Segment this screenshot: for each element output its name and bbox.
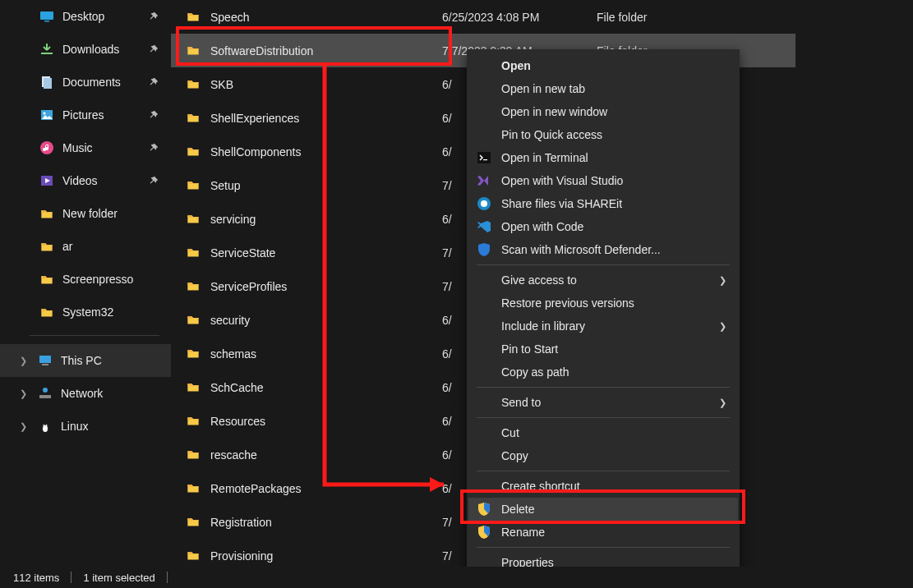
- folder-icon: [186, 246, 201, 260]
- sidebar-item-label: Desktop: [62, 10, 104, 23]
- context-item-open-in-terminal[interactable]: Open in Terminal: [468, 146, 738, 169]
- vscode-icon: [477, 219, 491, 234]
- context-item-open-in-new-window[interactable]: Open in new window: [468, 100, 738, 123]
- svg-point-11: [43, 388, 48, 393]
- context-item-label: Share files via SHAREit: [501, 197, 622, 210]
- sidebar-item-new-folder[interactable]: New folder: [0, 197, 171, 230]
- sidebar-item-documents[interactable]: Documents: [0, 66, 171, 99]
- context-item-open-with-code[interactable]: Open with Code: [468, 215, 738, 238]
- context-item-create-shortcut[interactable]: Create shortcut: [468, 475, 738, 498]
- svg-point-6: [44, 113, 46, 115]
- context-item-rename[interactable]: Rename: [468, 521, 738, 544]
- file-name: Registration: [210, 516, 272, 529]
- context-item-label: Open with Code: [501, 220, 583, 233]
- folder-icon: [186, 279, 201, 294]
- folder-icon: [186, 549, 201, 563]
- file-name: SKB: [210, 78, 233, 91]
- context-item-label: Include in library: [501, 319, 585, 333]
- folder-icon: [186, 178, 201, 193]
- context-item-give-access-to[interactable]: Give access to❯: [468, 269, 738, 292]
- context-item-label: Pin to Quick access: [501, 128, 602, 141]
- chevron-right-icon: ❯: [20, 356, 27, 366]
- svg-point-20: [481, 200, 487, 207]
- quick-access-sidebar: DesktopDownloadsDocumentsPicturesMusicVi…: [0, 0, 171, 563]
- documents-icon: [39, 75, 54, 90]
- svg-rect-1: [44, 21, 49, 22]
- sidebar-item-videos[interactable]: Videos: [0, 164, 171, 197]
- context-item-share-files-via-shareit[interactable]: Share files via SHAREit: [468, 192, 738, 215]
- file-name: rescache: [210, 448, 257, 462]
- status-separator: [71, 572, 71, 583]
- folder-icon: [186, 111, 201, 126]
- sidebar-item-desktop[interactable]: Desktop: [0, 0, 171, 33]
- status-bar: 112 items 1 item selected: [0, 567, 913, 588]
- music-icon: [39, 140, 54, 155]
- folder-icon: [186, 414, 201, 429]
- folder-icon: [186, 77, 201, 92]
- context-item-label: Open with Visual Studio: [501, 174, 623, 187]
- file-name: schemas: [210, 347, 256, 361]
- uac-icon: [477, 525, 491, 540]
- context-item-label: Copy as path: [501, 365, 569, 379]
- context-item-label: Open: [501, 59, 531, 72]
- folder-icon: [186, 10, 201, 25]
- folder-icon: [186, 347, 201, 361]
- context-item-pin-to-quick-access[interactable]: Pin to Quick access: [468, 123, 738, 146]
- shareit-icon: [477, 196, 491, 211]
- context-item-cut[interactable]: Cut: [468, 421, 738, 444]
- file-name: ServiceState: [210, 246, 275, 260]
- sidebar-item-system32[interactable]: System32: [0, 296, 171, 328]
- sidebar-tree-network[interactable]: ❯Network: [0, 377, 171, 410]
- context-item-label: Open in new tab: [501, 82, 585, 95]
- context-item-label: Copy: [501, 449, 528, 462]
- shield-blue-icon: [477, 242, 491, 257]
- terminal-icon: [477, 150, 491, 165]
- svg-point-14: [43, 425, 48, 432]
- context-item-pin-to-start[interactable]: Pin to Start: [468, 338, 738, 361]
- folder-icon: [39, 305, 54, 319]
- sidebar-item-screenpresso[interactable]: Screenpresso: [0, 263, 171, 296]
- context-item-send-to[interactable]: Send to❯: [468, 391, 738, 414]
- svg-point-15: [44, 425, 45, 426]
- context-item-copy[interactable]: Copy: [468, 444, 738, 467]
- context-item-open[interactable]: Open: [468, 54, 738, 77]
- folder-icon: [186, 44, 201, 58]
- context-item-label: Scan with Microsoft Defender...: [501, 243, 661, 256]
- linux-icon: [38, 419, 53, 434]
- context-item-open-in-new-tab[interactable]: Open in new tab: [468, 77, 738, 100]
- context-item-include-in-library[interactable]: Include in library❯: [468, 315, 738, 338]
- sidebar-item-ar[interactable]: ar: [0, 230, 171, 263]
- svg-rect-18: [483, 159, 487, 160]
- sidebar-item-label: New folder: [62, 207, 118, 220]
- sidebar-item-music[interactable]: Music: [0, 131, 171, 164]
- file-row[interactable]: Speech6/25/2023 4:08 PMFile folder: [171, 0, 795, 34]
- context-item-delete[interactable]: Delete: [468, 498, 738, 521]
- sidebar-item-label: Videos: [62, 174, 98, 187]
- folder-icon: [39, 272, 54, 287]
- folder-icon: [186, 448, 201, 462]
- context-menu: OpenOpen in new tabOpen in new windowPin…: [467, 49, 740, 579]
- sidebar-tree-linux[interactable]: ❯Linux: [0, 410, 171, 443]
- context-item-restore-previous-versions[interactable]: Restore previous versions: [468, 292, 738, 315]
- file-name: ShellComponents: [210, 145, 302, 158]
- sidebar-item-downloads[interactable]: Downloads: [0, 33, 171, 66]
- sidebar-tree-this-pc[interactable]: ❯This PC: [0, 344, 171, 377]
- videos-icon: [39, 173, 54, 188]
- context-menu-separator: [477, 417, 730, 418]
- file-name: security: [210, 314, 250, 327]
- sidebar-item-pictures[interactable]: Pictures: [0, 99, 171, 131]
- context-item-scan-with-microsoft-defender[interactable]: Scan with Microsoft Defender...: [468, 238, 738, 261]
- sidebar-tree-label: Network: [61, 387, 103, 400]
- context-item-open-with-visual-studio[interactable]: Open with Visual Studio: [468, 169, 738, 192]
- context-menu-separator: [477, 264, 730, 265]
- svg-rect-4: [44, 78, 52, 89]
- context-item-copy-as-path[interactable]: Copy as path: [468, 361, 738, 384]
- context-item-label: Rename: [501, 526, 545, 539]
- context-item-label: Delete: [501, 503, 534, 516]
- file-type: File folder: [597, 11, 720, 24]
- context-item-label: Cut: [501, 426, 519, 439]
- sidebar-separator: [30, 335, 159, 336]
- sidebar-item-label: System32: [62, 305, 113, 319]
- uac-icon: [477, 502, 491, 517]
- vs-icon: [477, 173, 491, 188]
